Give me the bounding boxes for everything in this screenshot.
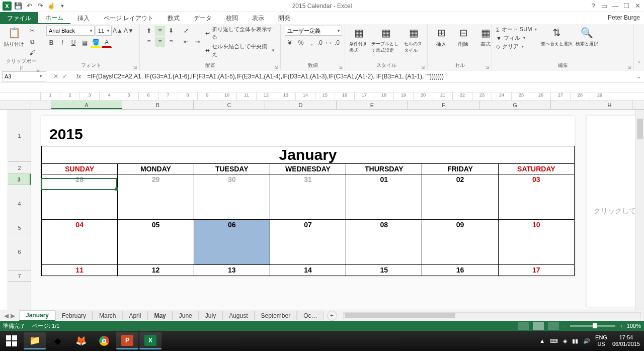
- cal-cell-today[interactable]: 06: [194, 220, 270, 265]
- find-select-button[interactable]: 🔍検索と選択: [576, 26, 598, 47]
- cal-cell[interactable]: 08: [346, 220, 422, 265]
- align-right-icon[interactable]: ≡: [166, 37, 176, 47]
- close-icon[interactable]: ✕: [633, 2, 642, 11]
- start-button[interactable]: [0, 331, 23, 351]
- col-header-d[interactable]: D: [265, 101, 337, 109]
- cut-icon[interactable]: ✂: [27, 26, 37, 36]
- sheet-tab-april[interactable]: April: [122, 311, 147, 320]
- tab-insert[interactable]: 挿入: [70, 12, 97, 24]
- minimize-icon[interactable]: —: [611, 2, 620, 11]
- tray-network-icon[interactable]: ▮▮: [572, 338, 578, 344]
- save-icon[interactable]: 💾: [13, 1, 23, 11]
- col-header-h[interactable]: H: [587, 101, 632, 109]
- row-header-2[interactable]: 2: [8, 162, 31, 174]
- cal-cell[interactable]: 09: [422, 220, 498, 265]
- sheet-tab-july[interactable]: July: [199, 311, 222, 320]
- expand-formula-icon[interactable]: ⌄: [634, 73, 644, 80]
- align-bottom-icon[interactable]: ⬇: [166, 26, 176, 36]
- tray-volume-icon[interactable]: 🔊: [583, 338, 590, 344]
- tab-file[interactable]: ファイル: [0, 12, 38, 24]
- align-left-icon[interactable]: ≡: [144, 37, 154, 47]
- sheet-tab-september[interactable]: September: [255, 311, 297, 320]
- sort-filter-button[interactable]: ⇅並べ替えと選択: [541, 26, 573, 47]
- increase-indent-icon[interactable]: ⇥: [192, 37, 202, 47]
- cal-cell[interactable]: 13: [194, 265, 270, 276]
- decrease-indent-icon[interactable]: ⇤: [181, 37, 191, 47]
- tab-home[interactable]: ホーム: [38, 12, 70, 24]
- taskbar-powerpoint-icon[interactable]: P: [116, 332, 138, 349]
- delete-cells-button[interactable]: ⊟削除: [454, 26, 473, 48]
- horizontal-scrollbar[interactable]: [343, 312, 641, 319]
- cal-cell[interactable]: 12: [118, 265, 194, 276]
- help-icon[interactable]: ?: [589, 2, 598, 11]
- sheet-tab-february[interactable]: February: [55, 311, 93, 320]
- tray-clock[interactable]: 17:5406/01/2015: [612, 334, 640, 347]
- col-header-a[interactable]: A: [51, 101, 122, 109]
- tray-show-hidden-icon[interactable]: ▲: [539, 338, 545, 344]
- number-format-select[interactable]: ユーザー定義▼: [285, 26, 342, 36]
- underline-button[interactable]: U: [68, 38, 78, 48]
- format-painter-icon[interactable]: 🖌: [27, 48, 37, 58]
- paste-button[interactable]: 📋貼り付け: [4, 26, 24, 48]
- taskbar-explorer-icon[interactable]: 📁: [24, 332, 46, 349]
- user-name[interactable]: Peter Burge: [608, 14, 640, 21]
- cal-cell[interactable]: 10: [498, 220, 574, 265]
- day-header-tue[interactable]: TUESDAY: [194, 164, 270, 174]
- font-size-select[interactable]: 11▼: [96, 26, 112, 36]
- sheet-tab-more[interactable]: Oc…: [297, 311, 324, 320]
- zoom-slider[interactable]: [570, 325, 615, 327]
- new-sheet-button[interactable]: +: [327, 311, 337, 321]
- sheet-tab-march[interactable]: March: [93, 311, 122, 320]
- align-top-icon[interactable]: ⬆: [144, 26, 154, 36]
- sheet-tab-august[interactable]: August: [222, 311, 254, 320]
- merge-center-button[interactable]: ⬌ セルを結合して中央揃え ▼: [205, 43, 276, 58]
- sheet-tab-june[interactable]: June: [173, 311, 199, 320]
- col-header-e[interactable]: E: [337, 101, 408, 109]
- col-header-f[interactable]: F: [408, 101, 479, 109]
- cal-cell[interactable]: 14: [270, 265, 346, 276]
- tray-language[interactable]: ENGUS: [595, 334, 607, 347]
- cal-cell[interactable]: 30: [194, 174, 270, 220]
- tab-nav-prev-icon[interactable]: ◀: [4, 312, 9, 319]
- currency-icon[interactable]: ¥: [285, 38, 295, 48]
- sheet-canvas[interactable]: 2015 January SUNDAY MONDAY TUESDAY WEDNE…: [31, 110, 644, 310]
- redo-icon[interactable]: ↷: [35, 1, 45, 11]
- cancel-formula-icon[interactable]: ✕: [53, 73, 58, 80]
- align-center-icon[interactable]: ≡: [155, 37, 165, 47]
- cal-cell[interactable]: 17: [498, 265, 574, 276]
- cal-cell[interactable]: 29: [118, 174, 194, 220]
- fx-icon[interactable]: fx: [72, 73, 85, 80]
- bold-button[interactable]: B: [46, 38, 56, 48]
- row-header-4[interactable]: 4: [8, 185, 31, 222]
- row-header-7[interactable]: 7: [8, 270, 31, 282]
- increase-decimal-icon[interactable]: .0→: [318, 38, 328, 48]
- cal-cell[interactable]: 15: [346, 265, 422, 276]
- qat-customize-icon[interactable]: ▼: [57, 1, 67, 11]
- conditional-format-button[interactable]: ▦条件付き書式: [349, 26, 368, 54]
- day-header-wed[interactable]: WEDNESDAY: [270, 164, 346, 174]
- align-middle-icon[interactable]: ≡: [155, 26, 165, 36]
- view-normal-icon[interactable]: [518, 322, 529, 330]
- excel-icon[interactable]: X: [2, 1, 12, 11]
- view-pagebreak-icon[interactable]: [548, 322, 559, 330]
- cal-cell[interactable]: 28: [42, 174, 118, 220]
- tab-view[interactable]: 表示: [245, 12, 271, 24]
- decrease-font-icon[interactable]: A▼: [124, 26, 134, 36]
- col-header-b[interactable]: B: [122, 101, 194, 109]
- view-layout-icon[interactable]: [533, 322, 544, 330]
- day-header-fri[interactable]: FRIDAY: [422, 164, 498, 174]
- sheet-tab-may[interactable]: May: [147, 311, 172, 320]
- cal-cell[interactable]: 07: [270, 220, 346, 265]
- font-color-button[interactable]: A: [102, 38, 112, 48]
- zoom-out-icon[interactable]: −: [563, 323, 566, 329]
- cal-cell[interactable]: 03: [498, 174, 574, 220]
- cell-styles-button[interactable]: ▦セルのスタイル: [404, 26, 423, 54]
- sheet-tab-january[interactable]: January: [19, 310, 55, 321]
- tab-formulas[interactable]: 数式: [160, 12, 187, 24]
- col-header-g[interactable]: G: [479, 101, 551, 109]
- vertical-scrollbar[interactable]: [635, 110, 644, 310]
- taskbar-gimp-icon[interactable]: 🦊: [70, 332, 92, 349]
- copy-icon[interactable]: ⧉: [27, 37, 37, 47]
- taskbar-excel-icon[interactable]: X: [139, 332, 162, 349]
- tab-page-layout[interactable]: ページ レイアウト: [97, 12, 160, 24]
